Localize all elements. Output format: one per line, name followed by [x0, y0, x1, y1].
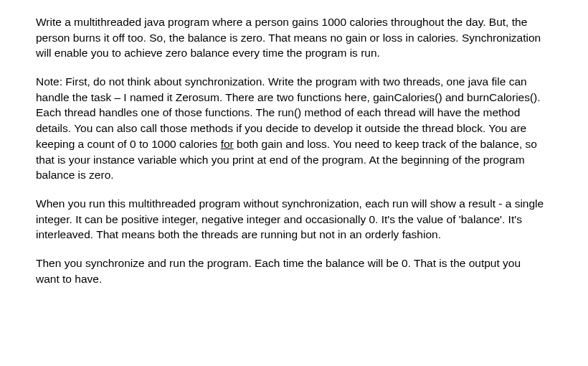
text-content: When you run this multithreaded program …: [36, 197, 544, 240]
paragraph-intro: Write a multithreaded java program where…: [36, 14, 545, 61]
text-content: Write a multithreaded java program where…: [36, 16, 541, 59]
text-content: Then you synchronize and run the program…: [36, 257, 521, 285]
paragraph-unsynchronized: When you run this multithreaded program …: [36, 196, 545, 243]
text-underline-for: for: [221, 138, 234, 150]
paragraph-note: Note: First, do not think about synchron…: [36, 74, 545, 183]
paragraph-synchronized: Then you synchronize and run the program…: [36, 255, 545, 286]
